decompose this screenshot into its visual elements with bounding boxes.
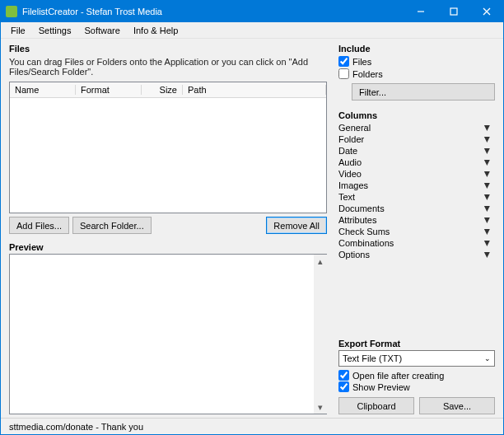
expand-icon: ▶ <box>483 204 492 213</box>
column-group-documents[interactable]: Documents▶ <box>338 203 495 214</box>
scroll-down-icon[interactable]: ▾ <box>314 400 327 414</box>
status-text: sttmedia.com/donate - Thank you <box>9 422 143 432</box>
chevron-down-icon: ⌄ <box>484 354 491 362</box>
expand-icon: ▶ <box>483 135 492 143</box>
column-group-date[interactable]: Date▶ <box>338 145 495 157</box>
filter-button[interactable]: Filter... <box>352 83 495 101</box>
menu-info[interactable]: Info & Help <box>127 24 184 37</box>
column-group-label: Check Sums <box>338 227 390 236</box>
include-folders-input[interactable] <box>338 68 349 79</box>
expand-icon: ▶ <box>483 170 492 178</box>
show-preview-checkbox[interactable]: Show Preview <box>338 381 495 392</box>
show-preview-label: Show Preview <box>352 382 410 392</box>
expand-icon: ▶ <box>483 158 492 166</box>
column-group-options[interactable]: Options▶ <box>338 249 495 260</box>
column-group-text[interactable]: Text▶ <box>338 191 495 203</box>
include-files-checkbox[interactable]: Files <box>338 56 495 67</box>
column-group-audio[interactable]: Audio▶ <box>338 157 495 168</box>
save-button[interactable]: Save... <box>419 397 495 414</box>
close-button[interactable] <box>470 1 503 22</box>
column-group-check-sums[interactable]: Check Sums▶ <box>338 226 495 237</box>
column-group-label: Audio <box>338 157 362 167</box>
files-list[interactable]: Name Format Size Path <box>9 82 327 213</box>
expand-icon: ▶ <box>483 181 492 189</box>
export-format-value: Text File (TXT) <box>343 353 402 363</box>
include-folders-checkbox[interactable]: Folders <box>338 68 495 79</box>
column-group-label: Documents <box>338 203 385 213</box>
column-group-label: Options <box>338 250 370 260</box>
maximize-button[interactable] <box>437 1 470 22</box>
column-group-label: Date <box>338 146 357 156</box>
open-after-checkbox[interactable]: Open file after creating <box>338 370 495 381</box>
column-group-label: Video <box>338 169 362 179</box>
preview-scrollbar[interactable]: ▴ ▾ <box>314 255 327 414</box>
expand-icon: ▶ <box>483 227 492 236</box>
expand-icon: ▶ <box>483 216 492 224</box>
menubar: File Settings Software Info & Help <box>1 22 503 39</box>
column-group-label: Folder <box>338 134 364 144</box>
include-heading: Include <box>338 44 495 54</box>
column-group-attributes[interactable]: Attributes▶ <box>338 214 495 226</box>
open-after-label: Open file after creating <box>352 371 444 381</box>
column-group-combinations[interactable]: Combinations▶ <box>338 237 495 249</box>
files-hint: You can drag Files or Folders onto the A… <box>9 57 327 77</box>
column-group-label: General <box>338 123 371 133</box>
preview-heading: Preview <box>9 242 327 252</box>
expand-icon: ▶ <box>483 124 492 132</box>
col-header-name[interactable]: Name <box>10 85 76 95</box>
open-after-input[interactable] <box>338 370 349 381</box>
menu-settings[interactable]: Settings <box>32 24 78 37</box>
column-group-label: Combinations <box>338 238 394 248</box>
titlebar: FilelistCreator - Stefan Trost Media <box>1 1 503 22</box>
preview-textbox[interactable]: ▴ ▾ <box>9 254 327 414</box>
include-folders-label: Folders <box>352 69 383 79</box>
column-group-general[interactable]: General▶ <box>338 122 495 133</box>
expand-icon: ▶ <box>483 250 492 259</box>
expand-icon: ▶ <box>483 239 492 247</box>
column-group-images[interactable]: Images▶ <box>338 180 495 191</box>
window-title: FilelistCreator - Stefan Trost Media <box>22 7 404 16</box>
scroll-up-icon[interactable]: ▴ <box>314 255 327 268</box>
include-files-input[interactable] <box>338 56 349 67</box>
columns-list: General▶Folder▶Date▶Audio▶Video▶Images▶T… <box>338 122 495 260</box>
search-folder-button[interactable]: Search Folder... <box>72 217 152 234</box>
files-list-header: Name Format Size Path <box>10 82 326 98</box>
export-heading: Export Format <box>338 339 495 348</box>
add-files-button[interactable]: Add Files... <box>9 217 69 234</box>
column-group-label: Images <box>338 180 368 190</box>
col-header-format[interactable]: Format <box>76 85 142 95</box>
svg-rect-1 <box>450 8 457 15</box>
show-preview-input[interactable] <box>338 381 349 392</box>
column-group-folder[interactable]: Folder▶ <box>338 133 495 145</box>
menu-file[interactable]: File <box>4 24 32 37</box>
expand-icon: ▶ <box>483 147 492 155</box>
expand-icon: ▶ <box>483 193 492 201</box>
include-files-label: Files <box>352 57 371 67</box>
app-window: FilelistCreator - Stefan Trost Media Fil… <box>0 0 504 435</box>
clipboard-button[interactable]: Clipboard <box>338 397 414 414</box>
col-header-size[interactable]: Size <box>142 85 183 95</box>
app-icon <box>6 6 17 17</box>
column-group-label: Attributes <box>338 215 376 225</box>
menu-software[interactable]: Software <box>77 24 126 37</box>
files-heading: Files <box>9 44 327 54</box>
columns-heading: Columns <box>338 110 495 120</box>
remove-all-button[interactable]: Remove All <box>266 217 327 234</box>
col-header-path[interactable]: Path <box>183 85 326 95</box>
statusbar: sttmedia.com/donate - Thank you <box>1 418 503 434</box>
minimize-button[interactable] <box>404 1 437 22</box>
column-group-video[interactable]: Video▶ <box>338 168 495 180</box>
export-format-select[interactable]: Text File (TXT) ⌄ <box>338 350 495 367</box>
column-group-label: Text <box>338 192 355 202</box>
